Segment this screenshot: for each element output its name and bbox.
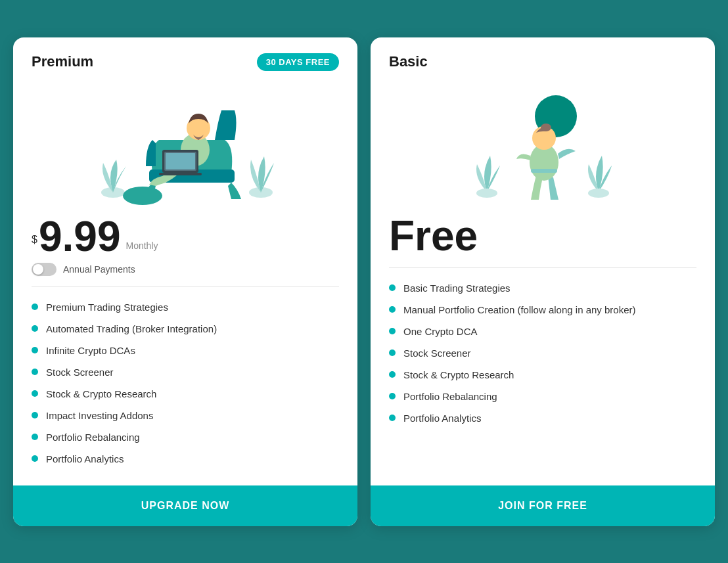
premium-card-footer: UPGRADE NOW (13, 485, 357, 526)
list-item: Basic Trading Strategies (389, 277, 696, 299)
toggle-knob (33, 264, 43, 275)
feature-label: Portfolio Rebalancing (46, 432, 140, 443)
premium-divider (32, 286, 339, 287)
premium-price-section: $ 9.99 Monthly (32, 215, 339, 258)
basic-card-footer: JOIN FOR FREE (371, 485, 715, 526)
basic-card: Basic (371, 37, 715, 526)
list-item: Impact Investing Addons (32, 405, 339, 426)
basic-title: Basic (389, 53, 428, 70)
feature-label: Stock Screener (46, 367, 114, 378)
feature-dot-icon (32, 325, 38, 332)
basic-illustration-svg (470, 80, 615, 205)
feature-label: Stock & Crypto Research (403, 369, 514, 380)
premium-title: Premium (32, 53, 93, 70)
svg-rect-8 (159, 173, 202, 175)
feature-dot-icon (389, 393, 396, 399)
svg-rect-9 (166, 153, 195, 169)
feature-label: Stock Screener (403, 348, 471, 359)
feature-dot-icon (389, 306, 396, 313)
basic-divider (389, 267, 696, 268)
feature-dot-icon (389, 371, 396, 378)
list-item: Stock & Crypto Research (32, 383, 339, 405)
feature-dot-icon (32, 455, 38, 462)
list-item: Infinite Crypto DCAs (32, 340, 339, 361)
svg-point-11 (588, 189, 609, 198)
list-item: Manual Portfolio Creation (follow along … (389, 299, 696, 321)
upgrade-now-button[interactable]: UPGRADE NOW (13, 485, 357, 526)
basic-price-free: Free (389, 215, 696, 257)
list-item: Stock Screener (32, 361, 339, 383)
premium-badge: 30 DAYS FREE (257, 53, 339, 71)
premium-feature-list: Premium Trading Strategies Automated Tra… (32, 296, 339, 470)
svg-point-10 (476, 189, 497, 198)
premium-price-amount: 9.99 (39, 215, 121, 258)
premium-illustration-svg (93, 81, 277, 206)
feature-dot-icon (32, 347, 38, 353)
feature-label: Portfolio Rebalancing (403, 391, 497, 402)
annual-payments-toggle-row: Annual Payments (32, 263, 339, 276)
feature-label: Premium Trading Strategies (46, 302, 168, 313)
svg-point-15 (541, 124, 551, 131)
join-for-free-button[interactable]: JOIN FOR FREE (371, 485, 715, 526)
feature-label: Impact Investing Addons (46, 410, 153, 421)
feature-dot-icon (389, 415, 396, 421)
feature-label: Basic Trading Strategies (403, 282, 511, 294)
feature-dot-icon (32, 390, 38, 397)
feature-dot-icon (389, 328, 396, 334)
feature-label: One Crypto DCA (403, 326, 478, 337)
feature-label: Manual Portfolio Creation (follow along … (403, 304, 636, 315)
premium-price-period: Monthly (125, 240, 158, 251)
pricing-container: Premium 30 DAYS FREE (13, 37, 715, 526)
feature-label: Automated Trading (Broker Integration) (46, 323, 217, 334)
basic-card-header: Basic (389, 53, 696, 70)
premium-card-body: Premium 30 DAYS FREE (13, 37, 357, 485)
list-item: Portfolio Analytics (389, 407, 696, 429)
svg-rect-16 (531, 169, 557, 173)
feature-label: Portfolio Analytics (46, 453, 124, 464)
feature-dot-icon (389, 349, 396, 356)
premium-illustration (32, 78, 339, 209)
toggle-label: Annual Payments (63, 264, 135, 275)
basic-card-body: Basic (371, 37, 715, 485)
premium-card: Premium 30 DAYS FREE (13, 37, 357, 526)
list-item: One Crypto DCA (389, 321, 696, 342)
feature-dot-icon (32, 412, 38, 418)
feature-label: Infinite Crypto DCAs (46, 345, 135, 356)
list-item: Portfolio Rebalancing (32, 426, 339, 448)
list-item: Automated Trading (Broker Integration) (32, 318, 339, 340)
list-item: Portfolio Rebalancing (389, 386, 696, 407)
premium-card-header: Premium 30 DAYS FREE (32, 53, 339, 71)
feature-dot-icon (389, 284, 396, 291)
feature-label: Stock & Crypto Research (46, 388, 156, 399)
feature-dot-icon (32, 434, 38, 440)
list-item: Stock & Crypto Research (389, 364, 696, 386)
basic-feature-list: Basic Trading Strategies Manual Portfoli… (389, 277, 696, 429)
svg-point-3 (123, 187, 162, 205)
annual-payments-toggle[interactable] (32, 263, 57, 276)
feature-dot-icon (32, 304, 38, 310)
feature-label: Portfolio Analytics (403, 413, 481, 424)
premium-price-dollar: $ (32, 234, 37, 246)
basic-illustration (389, 77, 696, 208)
list-item: Portfolio Analytics (32, 448, 339, 470)
list-item: Premium Trading Strategies (32, 296, 339, 318)
feature-dot-icon (32, 369, 38, 375)
list-item: Stock Screener (389, 342, 696, 364)
